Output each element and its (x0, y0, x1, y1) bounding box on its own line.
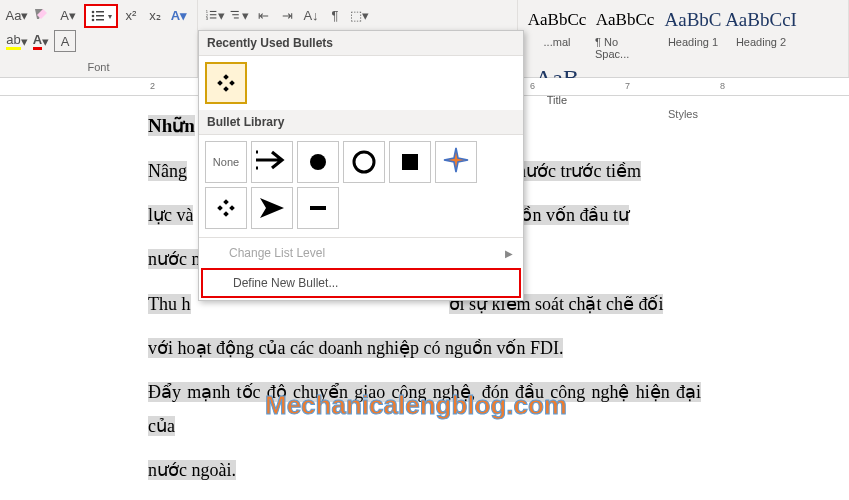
bullet-diamond4[interactable] (205, 187, 247, 229)
bullet-circle[interactable] (343, 141, 385, 183)
decrease-indent-button[interactable]: ⇤ (252, 4, 274, 26)
define-new-bullet-item[interactable]: Define New Bullet... (201, 268, 521, 298)
recent-bullet-diamond4[interactable] (205, 62, 247, 104)
numbering-button[interactable]: 123▾ (204, 4, 226, 26)
bullets-dropdown: Recently Used Bullets Bullet Library Non… (198, 30, 524, 301)
change-list-level-item: Change List Level▶ (199, 240, 523, 266)
character-border-button[interactable]: A (54, 30, 76, 52)
svg-rect-17 (217, 80, 223, 86)
increase-indent-button[interactable]: ⇥ (276, 4, 298, 26)
bullet-arrowhead[interactable] (251, 187, 293, 229)
svg-rect-11 (210, 17, 217, 18)
style-heading2[interactable]: AaBbCcIHeading 2 (731, 4, 791, 60)
svg-rect-15 (223, 74, 229, 80)
svg-rect-16 (223, 86, 229, 92)
svg-rect-25 (229, 205, 235, 211)
bullets-button[interactable]: ▾ (84, 4, 118, 28)
superscript-button[interactable]: x² (120, 4, 142, 26)
subscript-button[interactable]: x₂ (144, 4, 166, 26)
recent-bullets-header: Recently Used Bullets (199, 31, 523, 56)
svg-point-20 (354, 152, 374, 172)
bullet-library-header: Bullet Library (199, 110, 523, 135)
clear-format-button[interactable] (30, 4, 52, 26)
svg-point-19 (310, 154, 326, 170)
font-group-label: Font (6, 59, 191, 73)
svg-rect-14 (234, 17, 239, 18)
text-effects-button[interactable]: A▾ (168, 4, 190, 26)
svg-rect-22 (223, 199, 229, 205)
font-color-button[interactable]: A▾ (30, 30, 52, 52)
change-case-button[interactable]: Aa▾ (6, 4, 28, 26)
svg-point-2 (92, 15, 95, 18)
svg-point-4 (92, 19, 95, 22)
style-normal[interactable]: AaBbCc...mal (527, 4, 587, 60)
shading-button[interactable]: ⬚▾ (348, 4, 370, 26)
border-button[interactable]: A▾ (54, 4, 82, 26)
svg-point-0 (92, 11, 95, 14)
bullet-dash[interactable] (297, 187, 339, 229)
bullet-square[interactable] (389, 141, 431, 183)
svg-rect-1 (96, 11, 104, 13)
paragraph-button[interactable]: ¶ (324, 4, 346, 26)
bullet-star[interactable] (435, 141, 477, 183)
bullet-arrow[interactable] (251, 141, 293, 183)
styles-group-label: Styles (524, 106, 842, 120)
style-heading1[interactable]: AaBbCHeading 1 (663, 4, 723, 60)
svg-text:3: 3 (206, 16, 209, 21)
svg-rect-7 (210, 11, 217, 12)
style-nospacing[interactable]: AaBbCc¶ No Spac... (595, 4, 655, 60)
bullet-disc[interactable] (297, 141, 339, 183)
svg-rect-24 (217, 205, 223, 211)
svg-rect-9 (210, 14, 217, 15)
svg-rect-18 (229, 80, 235, 86)
bullet-none[interactable]: None (205, 141, 247, 183)
svg-rect-3 (96, 15, 104, 17)
svg-rect-21 (402, 154, 418, 170)
sort-button[interactable]: A↓ (300, 4, 322, 26)
highlight-button[interactable]: ab▾ (6, 30, 28, 52)
svg-rect-13 (232, 14, 239, 15)
svg-rect-23 (223, 211, 229, 217)
svg-rect-12 (231, 11, 239, 12)
multilevel-button[interactable]: ▾ (228, 4, 250, 26)
svg-rect-26 (310, 206, 326, 210)
svg-rect-5 (96, 19, 104, 21)
chevron-right-icon: ▶ (505, 248, 513, 259)
